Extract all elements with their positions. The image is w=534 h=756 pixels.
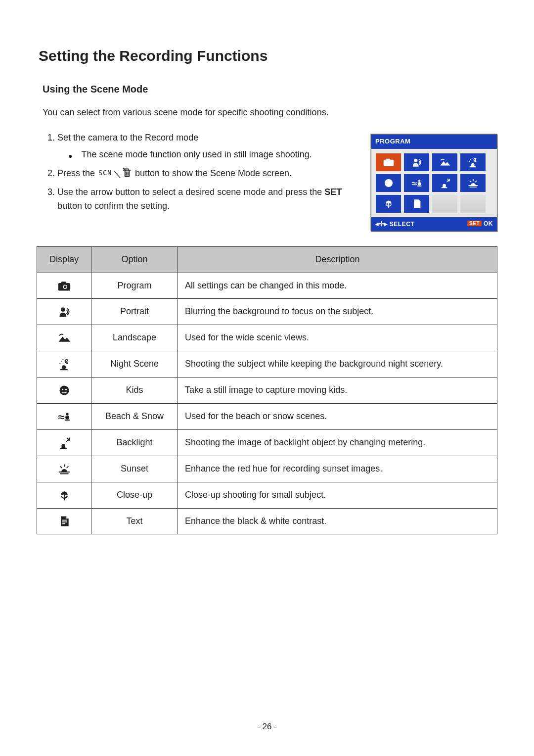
cell-desc: Used for the wide scenic views. xyxy=(178,325,497,351)
th-option: Option xyxy=(91,246,178,273)
step-3-text-b: button to confirm the setting. xyxy=(57,201,170,211)
cell-desc: All settings can be changed in this mode… xyxy=(178,273,497,299)
cell-option: Backlight xyxy=(91,429,178,456)
icon-backlight xyxy=(37,429,91,456)
figure-footer-ok: SETOK xyxy=(467,219,493,229)
table-row: Landscape Used for the wide scenic views… xyxy=(37,325,497,351)
steps-list: Set the camera to the Record mode ● The … xyxy=(43,131,361,218)
fig-icon-beachsnow xyxy=(404,174,429,192)
table-row: Backlight Shooting the image of backligh… xyxy=(37,429,497,456)
page-title: Setting the Recording Functions xyxy=(39,45,497,68)
fig-icon-program xyxy=(376,153,401,171)
icon-text xyxy=(37,508,91,534)
icon-beachsnow xyxy=(37,404,91,430)
icon-closeup xyxy=(37,482,91,508)
step-2-text-b: button to show the Scene Mode screen. xyxy=(135,168,292,178)
step-3-text-a: Use the arrow button to select a desired… xyxy=(57,187,322,197)
step-3: Use the arrow button to select a desired… xyxy=(57,186,361,213)
step-1-bullet-text: The scene mode function only used in sti… xyxy=(81,148,312,162)
cell-desc: Take a still image to capture moving kid… xyxy=(178,378,497,404)
cell-desc: Blurring the background to focus on the … xyxy=(178,299,497,325)
bullet-icon: ● xyxy=(68,151,72,162)
figure-ok-label: OK xyxy=(484,220,493,227)
step-2: Press the SCN＼ button to show the Scene … xyxy=(57,167,361,181)
scene-modes-table: Display Option Description Program All s… xyxy=(37,246,497,535)
fig-icon-nightscene xyxy=(460,153,486,171)
icon-sunset xyxy=(37,456,91,482)
cell-option: Kids xyxy=(91,378,178,404)
set-button-label: SET xyxy=(324,187,342,197)
figure-title: PROGRAM xyxy=(371,135,497,148)
fig-icon-landscape xyxy=(432,153,457,171)
scn-divider: ＼ xyxy=(113,169,122,179)
icon-landscape xyxy=(37,325,91,351)
icon-program xyxy=(37,273,91,299)
table-row: Close-up Close-up shooting for small sub… xyxy=(37,482,497,508)
cell-option: Sunset xyxy=(91,456,178,482)
table-row: Text Enhance the black & white contrast. xyxy=(37,508,497,534)
cell-desc: Shooting the subject while keeping the b… xyxy=(178,351,497,378)
th-description: Description xyxy=(178,246,497,273)
figure-select-label: SELECT xyxy=(390,221,414,228)
fig-cell-empty xyxy=(432,195,457,213)
scene-mode-figure: PROGRAM xyxy=(371,134,497,231)
icon-nightscene xyxy=(37,351,91,378)
fig-icon-text xyxy=(404,195,429,213)
cell-option: Close-up xyxy=(91,482,178,508)
page-number: - 26 - xyxy=(0,720,534,733)
cell-desc: Used for the beach or snow scenes. xyxy=(178,404,497,430)
cell-desc: Close-up shooting for small subject. xyxy=(178,482,497,508)
cell-desc: Enhance the black & white contrast. xyxy=(178,508,497,534)
icon-kids xyxy=(37,378,91,404)
trash-icon xyxy=(122,168,133,178)
cell-option: Text xyxy=(91,508,178,534)
step-1-text: Set the camera to the Record mode xyxy=(57,133,198,142)
fig-icon-kids xyxy=(376,174,401,192)
table-row: Beach & Snow Used for the beach or snow … xyxy=(37,404,497,430)
cell-option: Portrait xyxy=(91,299,178,325)
section-subtitle: Using the Scene Mode xyxy=(43,82,497,97)
table-row: Kids Take a still image to capture movin… xyxy=(37,378,497,404)
intro-text: You can select from various scene mode f… xyxy=(43,106,497,120)
table-row: Portrait Blurring the background to focu… xyxy=(37,299,497,325)
th-display: Display xyxy=(37,246,91,273)
scn-label: SCN xyxy=(98,169,112,177)
cell-option: Beach & Snow xyxy=(91,404,178,430)
table-row: Night Scene Shooting the subject while k… xyxy=(37,351,497,378)
cell-option: Night Scene xyxy=(91,351,178,378)
fig-cell-empty xyxy=(460,195,486,213)
fig-icon-sunset xyxy=(460,174,486,192)
cell-desc: Enhance the red hue for recording sunset… xyxy=(178,456,497,482)
table-row: Program All settings can be changed in t… xyxy=(37,273,497,299)
cell-desc: Shooting the image of backlight object b… xyxy=(178,429,497,456)
fig-icon-portrait xyxy=(404,153,429,171)
table-row: Sunset Enhance the red hue for recording… xyxy=(37,456,497,482)
arrows-icon: ◂✢▸ xyxy=(375,220,388,228)
fig-icon-closeup xyxy=(376,195,401,213)
fig-icon-backlight xyxy=(432,174,457,192)
figure-footer-select: ◂✢▸ SELECT xyxy=(375,219,414,229)
cell-option: Landscape xyxy=(91,325,178,351)
cell-option: Program xyxy=(91,273,178,299)
step-1: Set the camera to the Record mode ● The … xyxy=(57,131,361,162)
icon-portrait xyxy=(37,299,91,325)
figure-set-pill: SET xyxy=(467,221,482,226)
step-2-text-a: Press the xyxy=(57,168,95,178)
